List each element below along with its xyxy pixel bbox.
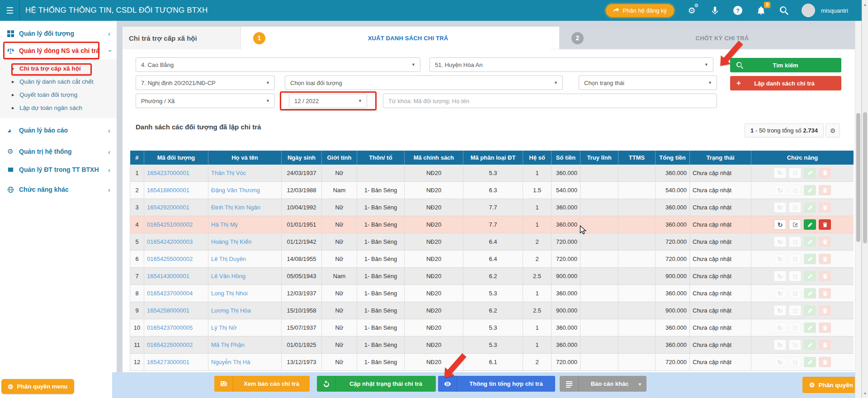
cell-gender: Nữ bbox=[322, 199, 357, 216]
name-link[interactable]: Thân Thị Vóc bbox=[211, 170, 246, 176]
status-select[interactable]: Chọn trạng thái▼ bbox=[579, 76, 717, 90]
cell-gender: Nữ bbox=[322, 216, 357, 233]
view-report-button[interactable]: Xem báo cáo chi trả bbox=[214, 376, 310, 392]
sidebar-item-chuc-nang-khac[interactable]: Chức năng khác ‹ bbox=[0, 181, 117, 198]
code-link[interactable]: 01654251000002 bbox=[147, 221, 193, 228]
cell-arrears bbox=[580, 354, 618, 371]
name-link[interactable]: Lê Thị Duyên bbox=[211, 256, 246, 262]
name-link[interactable]: Hà Thị Mỳ bbox=[211, 221, 238, 228]
update-row-button bbox=[804, 305, 816, 316]
code-link[interactable]: 01654242000003 bbox=[147, 238, 193, 245]
cell-name: Mã Thị Phặn bbox=[208, 336, 282, 354]
cell-village: 1- Bản Séng bbox=[357, 336, 405, 354]
avatar[interactable] bbox=[802, 4, 815, 17]
name-link[interactable]: Đinh Thị Kim Ngân bbox=[211, 204, 260, 211]
province-select[interactable]: 4. Cao Bằng▼ bbox=[136, 57, 420, 72]
object-type-select[interactable]: Chọn loại đối tượng▼ bbox=[285, 76, 563, 90]
sidebar-item-quan-ly-dong-ns-chi-tra[interactable]: Quản lý dòng NS và chi trả ‹ bbox=[0, 42, 117, 59]
cell-coef: 1 bbox=[523, 319, 552, 336]
cell-status: Chưa cập nhật bbox=[690, 165, 751, 182]
delete-row-button[interactable] bbox=[819, 219, 831, 230]
sidebar-item-quan-ly-dt-tt-btxh[interactable]: Quản lý ĐT trong TT BTXH ‹ bbox=[0, 161, 117, 178]
decree-select[interactable]: 7. Nghị định 20/2021/NĐ-CP▼ bbox=[136, 76, 275, 90]
cell-policy: NĐ20 bbox=[405, 165, 463, 182]
name-link[interactable]: Lương Thị Hòa bbox=[211, 307, 251, 314]
sidebar-item-quan-ly-bao-cao[interactable]: ◕ Quản lý báo cáo ‹ bbox=[0, 122, 117, 139]
permission-button[interactable]: ⚙ Phân quyền bbox=[802, 377, 860, 393]
notifications-bell-icon[interactable]: 0 bbox=[755, 5, 766, 16]
name-link[interactable]: Nguyễn Thị Hà bbox=[211, 359, 250, 365]
cell-actions: ↻ bbox=[751, 302, 854, 319]
scroll-up-icon[interactable]: ▲ bbox=[862, 1, 868, 8]
code-link[interactable]: 1654273000001 bbox=[147, 359, 189, 365]
keyword-input[interactable] bbox=[383, 94, 717, 108]
tab-step-1[interactable]: 1 XUẤT DANH SÁCH CHI TRẢ bbox=[241, 27, 551, 49]
tab-step-2[interactable]: 2 CHỐT KỲ CHI TRẢ bbox=[559, 27, 861, 49]
sidebar-submenu: ▸ Chi trả trợ cấp xã hội ▸ Quản lý danh … bbox=[0, 59, 117, 118]
edit-row-button[interactable] bbox=[789, 219, 801, 230]
cell-arrears bbox=[580, 319, 618, 336]
month-select[interactable]: 12 / 2022▼ bbox=[289, 94, 367, 108]
list-icon bbox=[560, 376, 579, 392]
panel-scrollbar[interactable] bbox=[855, 21, 861, 398]
cell-dob: 13/12/1973 bbox=[282, 354, 322, 371]
menu-toggle-icon[interactable]: ☰ bbox=[0, 0, 20, 21]
cell-cls: 5.3 bbox=[463, 319, 523, 336]
microphone-icon[interactable] bbox=[709, 5, 720, 16]
cell-coef: 2.5 bbox=[523, 268, 552, 285]
code-link[interactable]: 01654237000005 bbox=[147, 324, 193, 331]
update-row-button[interactable] bbox=[804, 219, 816, 230]
code-link[interactable]: 01654237000004 bbox=[147, 290, 193, 297]
edit-row-button bbox=[789, 340, 801, 350]
code-link[interactable]: 1654237000001 bbox=[147, 170, 189, 176]
search-button[interactable]: Tìm kiếm bbox=[730, 58, 841, 72]
panel-scrollbar-thumb[interactable] bbox=[856, 113, 860, 242]
settings-gears-icon[interactable]: ⚙⚙ bbox=[686, 5, 697, 16]
cell-total: 360.000 bbox=[656, 319, 690, 336]
register-module-button[interactable]: Phân hệ đăng ký bbox=[606, 4, 674, 17]
update-row-button bbox=[804, 185, 816, 195]
summary-info-button[interactable]: Thông tin tổng hợp chi trả bbox=[438, 376, 555, 392]
scroll-down-icon[interactable]: ▼ bbox=[862, 390, 868, 397]
code-link[interactable]: 1654188000001 bbox=[147, 187, 189, 194]
other-reports-button[interactable]: Báo cáo khác ▼ bbox=[560, 376, 646, 392]
name-link[interactable]: Hoàng Thị Kiển bbox=[211, 238, 251, 245]
help-icon[interactable]: ? bbox=[732, 5, 743, 16]
name-link[interactable]: Long Thị Nhoi bbox=[211, 290, 248, 297]
code-link[interactable]: 1654143000001 bbox=[147, 273, 189, 280]
code-link[interactable]: 1654258000001 bbox=[147, 307, 189, 314]
window-scrollbar[interactable]: ▲ ▼ bbox=[862, 0, 868, 398]
name-link[interactable]: Lý Thị Nở bbox=[211, 324, 237, 331]
code-link[interactable]: 01654255000002 bbox=[147, 256, 193, 262]
name-link[interactable]: Đặng Văn Thương bbox=[211, 187, 260, 194]
menu-permission-button[interactable]: ⚙ Phân quyền menu bbox=[1, 379, 74, 394]
refresh-row-button[interactable]: ↻ bbox=[774, 219, 786, 230]
submenu-chi-tra-tro-cap[interactable]: ▸ Chi trả trợ cấp xã hội bbox=[0, 62, 117, 75]
district-select[interactable]: 51. Huyện Hòa An▼ bbox=[429, 57, 713, 72]
edit-row-button bbox=[789, 168, 801, 178]
magnifier-icon bbox=[736, 62, 743, 69]
ward-select[interactable]: Phường / Xã▼ bbox=[136, 94, 275, 108]
submenu-danh-sach-cat-chet[interactable]: ▸ Quản lý danh sách cắt chết bbox=[0, 75, 117, 88]
cell-actions: ↻ bbox=[751, 165, 854, 182]
cell-coef: 1 bbox=[523, 336, 552, 354]
cell-status: Chưa cập nhật bbox=[690, 251, 751, 268]
code-link[interactable]: 1654292000001 bbox=[147, 204, 189, 211]
tab-current-module[interactable]: Chi trả trợ cấp xã hội bbox=[123, 27, 241, 49]
name-link[interactable]: Mã Thị Phặn bbox=[211, 341, 244, 348]
delete-row-button bbox=[819, 237, 831, 247]
window-scrollbar-thumb[interactable] bbox=[863, 112, 867, 243]
cell-amount: 360.000 bbox=[552, 319, 580, 336]
refresh-row-button: ↻ bbox=[774, 237, 786, 247]
cell-actions: ↻ bbox=[751, 319, 854, 336]
update-status-button[interactable]: Cập nhật trạng thái chi trả bbox=[317, 376, 436, 392]
create-payment-list-button[interactable]: + Lập danh sách chi trả bbox=[730, 76, 841, 90]
table-settings-button[interactable]: ⚙ bbox=[826, 123, 840, 137]
sidebar-item-quan-tri-he-thong[interactable]: ⚙ Quản trị hệ thống ‹ bbox=[0, 143, 117, 160]
name-link[interactable]: Lê Văn Hồng bbox=[211, 273, 245, 280]
search-icon[interactable] bbox=[778, 5, 789, 16]
sidebar-item-quan-ly-doi-tuong[interactable]: Quản lý đối tượng ‹ bbox=[0, 25, 117, 42]
submenu-quyet-toan-doi-tuong[interactable]: ▸ Quyết toán đối tượng bbox=[0, 88, 117, 101]
code-link[interactable]: 01654225000002 bbox=[147, 341, 193, 348]
submenu-lap-du-toan[interactable]: ▸ Lập dự toán ngân sách bbox=[0, 101, 117, 114]
